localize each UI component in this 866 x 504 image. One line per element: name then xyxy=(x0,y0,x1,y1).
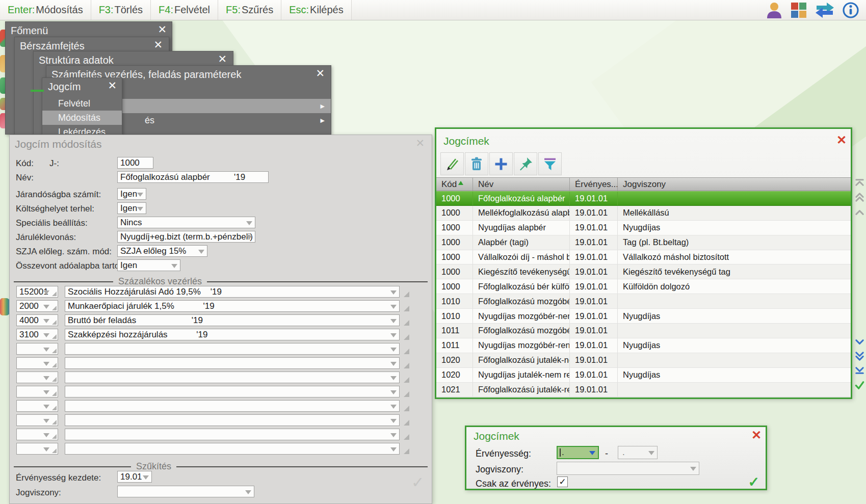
table-row[interactable]: 1010Főfoglalkozású mozgóbér-19.01.01 xyxy=(436,294,851,309)
column-label: Kód xyxy=(441,179,457,190)
table-row[interactable]: 1000Mellékfoglalkozású alapbé19.01.01Mel… xyxy=(436,206,851,221)
osszevont-select[interactable]: Igen xyxy=(117,259,180,271)
percent-name-select[interactable] xyxy=(65,372,400,383)
close-icon[interactable]: ✕ xyxy=(415,137,425,149)
validity-to-select[interactable]: . xyxy=(618,446,658,459)
percent-code-select[interactable]: 4000 xyxy=(16,314,58,326)
szja-select[interactable]: SZJA előleg 15% xyxy=(117,245,207,257)
hotkey-modositas[interactable]: Enter: Módosítás xyxy=(0,0,91,20)
close-icon[interactable]: ✕ xyxy=(316,68,325,78)
column-header-jogviszony[interactable]: Jogviszony xyxy=(618,178,851,191)
jaruleklevonas-select[interactable]: Nyugdíj+eg.bizt (term.b.+pénzbeli) xyxy=(117,231,255,243)
percent-name-select[interactable]: Bruttó bér feladás '19 xyxy=(65,314,400,326)
page-down-icon[interactable] xyxy=(854,351,865,361)
delete-button[interactable] xyxy=(465,152,488,175)
add-button[interactable] xyxy=(489,152,513,175)
validity-from-select[interactable]: . xyxy=(557,446,599,459)
scroll-to-top-icon[interactable] xyxy=(854,177,865,188)
close-icon[interactable]: ✕ xyxy=(836,134,847,146)
cell-kod: 1011 xyxy=(436,338,473,353)
menu-item-lekerdezes[interactable]: Lekérdezés xyxy=(42,125,122,135)
menu-item-felvetel[interactable]: Felvétel xyxy=(42,96,122,111)
nev-input[interactable]: Főfoglalkozású alapbér '19 xyxy=(117,171,269,183)
close-icon[interactable]: ✕ xyxy=(153,39,163,50)
percent-name-select[interactable] xyxy=(65,343,400,355)
percent-code-select[interactable] xyxy=(16,343,58,355)
code-value: 4000 xyxy=(19,315,39,326)
table-row[interactable]: 1000Kiegészítő tevékenységű19.01.01Kiegé… xyxy=(436,264,851,279)
column-header-nev[interactable]: Név xyxy=(473,178,570,191)
transfer-arrows-icon[interactable] xyxy=(814,1,835,19)
percent-code-select[interactable] xyxy=(16,372,58,383)
hotkey-felvetel[interactable]: F4: Felvétel xyxy=(151,0,218,20)
confirm-check-icon[interactable]: ✓ xyxy=(411,473,424,491)
cell-kod: 1000 xyxy=(436,279,473,294)
menu-item-modositas[interactable]: Módosítás xyxy=(42,111,122,125)
hotkey-torles[interactable]: F3: Törlés xyxy=(91,0,151,20)
jogviszony-select[interactable] xyxy=(557,462,699,475)
close-icon[interactable]: ✕ xyxy=(751,429,762,441)
select-check-icon[interactable] xyxy=(854,380,865,390)
percent-code-select[interactable] xyxy=(16,357,58,369)
table-row[interactable]: 1011Főfoglalkozású mozgóbér-19.01.01 xyxy=(436,324,851,338)
table-row[interactable]: 1000Vállalkozói díj - máshol biz19.01.01… xyxy=(436,250,851,265)
koltseghely-select[interactable]: Igen xyxy=(117,202,146,214)
pin-button[interactable] xyxy=(514,152,537,175)
column-header-ervenyes[interactable]: Érvényes... xyxy=(570,178,618,191)
percent-name-select[interactable]: Munkaerőpiaci járulék 1,5% '19 xyxy=(65,300,400,312)
column-header-kod[interactable]: Kód xyxy=(436,178,473,191)
percent-code-select[interactable]: 3100 xyxy=(16,329,58,340)
page-up-icon[interactable] xyxy=(854,192,865,202)
percent-name-select[interactable] xyxy=(65,414,400,426)
table-row[interactable]: 1020Főfoglalkozású jutalék-ner19.01.01 xyxy=(436,353,851,368)
percent-code-select[interactable] xyxy=(16,429,58,440)
percent-code-select[interactable]: 152001 xyxy=(16,286,58,298)
info-icon[interactable] xyxy=(842,1,860,19)
percent-name-select[interactable]: Szakképzési hozzájárulás '19 xyxy=(65,329,400,340)
percent-code-select[interactable]: 2000 xyxy=(16,300,58,312)
apply-check-icon[interactable]: ✓ xyxy=(748,474,759,490)
hotkey-kilepes[interactable]: Esc: Kilépés xyxy=(281,0,352,20)
jogviszony-select[interactable] xyxy=(117,486,254,497)
cell-nev: Főfoglalkozású mozgóbér- xyxy=(473,294,570,308)
row-down-icon[interactable] xyxy=(854,336,865,347)
percent-code-select[interactable] xyxy=(16,400,58,412)
edit-button[interactable] xyxy=(440,152,464,175)
percent-row-empty xyxy=(10,400,432,412)
percent-name-select[interactable] xyxy=(65,400,400,412)
percent-name-select[interactable] xyxy=(65,443,400,455)
filter-button[interactable] xyxy=(538,152,562,175)
percent-code-select[interactable] xyxy=(16,414,58,426)
kod-input[interactable]: 1000 xyxy=(117,157,153,169)
chevron-down-icon xyxy=(43,447,49,452)
table-row[interactable]: 1000Főfoglalkozású bér külföld19.01.01Kü… xyxy=(436,279,851,294)
modules-grid-icon[interactable] xyxy=(790,1,808,19)
left-app-icon[interactable] xyxy=(0,298,10,315)
to-value: . xyxy=(622,447,625,458)
row-up-icon[interactable] xyxy=(854,207,865,218)
table-row[interactable]: 1021Főfoglalkozású jutalék-ren19.01.01 xyxy=(436,383,851,397)
table-row[interactable]: 1010Nyugdíjas mozgóbér-nem19.01.01Nyugdí… xyxy=(436,309,851,324)
validity-start-select[interactable]: 19.01 xyxy=(117,471,152,483)
percent-name-select[interactable] xyxy=(65,357,400,369)
only-valid-checkbox[interactable]: ✓ xyxy=(557,476,568,487)
close-icon[interactable]: ✕ xyxy=(108,80,117,91)
user-icon[interactable] xyxy=(765,1,783,19)
percent-name-select[interactable] xyxy=(65,386,400,397)
percent-code-select[interactable] xyxy=(16,443,58,455)
jarandosagba-select[interactable]: Igen xyxy=(117,188,146,200)
percent-name-select[interactable]: Szociális Hozzájárulási Adó 19,5% '19 xyxy=(65,286,400,298)
hotkey-szures[interactable]: F5: Szűrés xyxy=(218,0,281,20)
table-row[interactable]: 1000Alapbér (tagi)19.01.01Tag (pl. Bt.be… xyxy=(436,235,851,250)
only-valid-label: Csak az érvényes: xyxy=(476,479,551,489)
scroll-to-bottom-icon[interactable] xyxy=(854,365,865,376)
table-row[interactable]: 1011Nyugdíjas mozgóbér-rends19.01.01Nyug… xyxy=(436,338,851,353)
specialis-select[interactable]: Nincs xyxy=(117,217,255,228)
close-icon[interactable]: ✕ xyxy=(218,54,227,64)
percent-code-select[interactable] xyxy=(16,386,58,397)
close-icon[interactable]: ✕ xyxy=(158,24,167,35)
table-row[interactable]: 1000Nyugdíjas alapbér19.01.01Nyugdíjas xyxy=(436,221,851,235)
table-row[interactable]: 1020Nyugdíjas jutalék-nem ren19.01.01Nyu… xyxy=(436,368,851,383)
percent-name-select[interactable] xyxy=(65,429,400,440)
table-row-selected[interactable]: 1000Főfoglalkozású alapbér19.01.01 xyxy=(436,191,851,206)
